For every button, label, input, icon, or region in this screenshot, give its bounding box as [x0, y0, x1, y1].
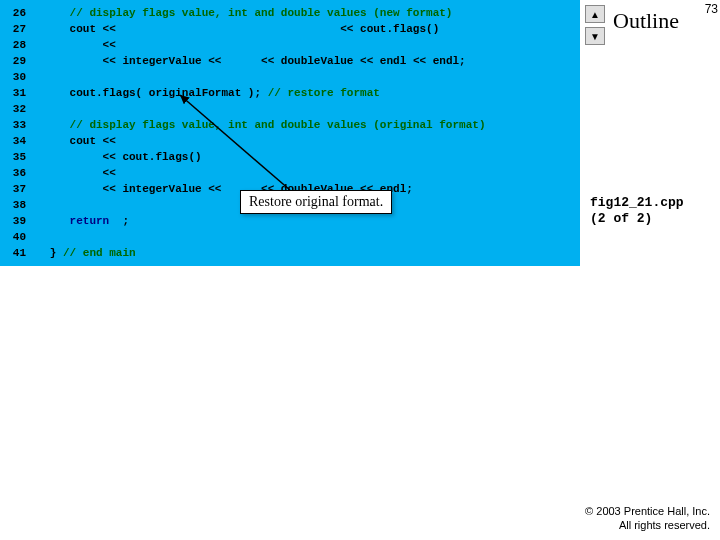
line-number: 30 [0, 69, 30, 85]
code-text: << cout.flags() [30, 149, 202, 165]
copyright-line2: All rights reserved. [585, 518, 710, 532]
code-line: 32 [0, 101, 580, 117]
code-text: } // end main [30, 245, 136, 261]
line-number: 28 [0, 37, 30, 53]
code-text: cout << [30, 133, 122, 149]
line-number: 27 [0, 21, 30, 37]
line-number: 31 [0, 85, 30, 101]
copyright-line1: © 2003 Prentice Hall, Inc. [585, 504, 710, 518]
code-panel: 26 // display flags value, int and doubl… [0, 0, 580, 266]
code-text: cout.flags( originalFormat ); // restore… [30, 85, 380, 101]
line-number: 33 [0, 117, 30, 133]
code-text: cout << << cout.flags() [30, 21, 439, 37]
code-line: 27 cout << << cout.flags() [0, 21, 580, 37]
line-number: 36 [0, 165, 30, 181]
code-text: << [30, 165, 122, 181]
code-text: << integerValue << << doubleValue << end… [30, 53, 466, 69]
code-line: 29 << integerValue << << doubleValue << … [0, 53, 580, 69]
page-number: 73 [705, 2, 718, 16]
code-line: 34 cout << [0, 133, 580, 149]
line-number: 35 [0, 149, 30, 165]
code-line: 41 } // end main [0, 245, 580, 261]
code-text: // display flags value, int and double v… [30, 117, 485, 133]
nav-down-button[interactable]: ▼ [585, 27, 605, 45]
code-line: 26 // display flags value, int and doubl… [0, 5, 580, 21]
line-number: 34 [0, 133, 30, 149]
code-line: 28 << [0, 37, 580, 53]
nav-buttons: ▲ ▼ [585, 5, 605, 49]
figure-label: fig12_21.cpp (2 of 2) [590, 195, 684, 227]
line-number: 40 [0, 229, 30, 245]
line-number: 37 [0, 181, 30, 197]
copyright: © 2003 Prentice Hall, Inc. All rights re… [585, 504, 710, 532]
line-number: 29 [0, 53, 30, 69]
figure-filename: fig12_21.cpp [590, 195, 684, 211]
line-number: 26 [0, 5, 30, 21]
code-line: 40 [0, 229, 580, 245]
nav-up-button[interactable]: ▲ [585, 5, 605, 23]
figure-page: (2 of 2) [590, 211, 684, 227]
comment: // display flags value, int and double v… [70, 7, 453, 19]
callout-box: Restore original format. [240, 190, 392, 214]
code-text: return ; [30, 213, 129, 229]
keyword: return [70, 215, 110, 227]
code-line: 31 cout.flags( originalFormat ); // rest… [0, 85, 580, 101]
comment: // restore format [268, 87, 380, 99]
line-number: 38 [0, 197, 30, 213]
line-number: 41 [0, 245, 30, 261]
line-number: 39 [0, 213, 30, 229]
code-text: << [30, 37, 122, 53]
code-line: 33 // display flags value, int and doubl… [0, 117, 580, 133]
code-line: 30 [0, 69, 580, 85]
comment: // end main [63, 247, 136, 259]
outline-title: Outline [613, 8, 679, 34]
down-arrow-icon: ▼ [590, 31, 600, 42]
code-text: // display flags value, int and double v… [30, 5, 452, 21]
code-line: 36 << [0, 165, 580, 181]
callout-text: Restore original format. [249, 194, 383, 209]
up-arrow-icon: ▲ [590, 9, 600, 20]
right-column: 73 ▲ ▼ Outline fig12_21.cpp (2 of 2) [585, 0, 720, 540]
code-line: 39 return ; [0, 213, 580, 229]
comment: // display flags value, int and double v… [70, 119, 486, 131]
code-line: 35 << cout.flags() [0, 149, 580, 165]
line-number: 32 [0, 101, 30, 117]
